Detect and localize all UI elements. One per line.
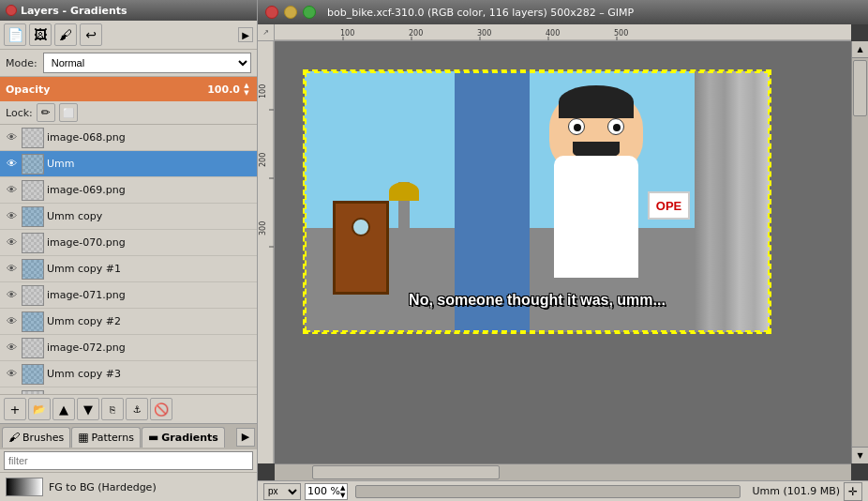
panel-expand-button[interactable]: ▶ — [238, 27, 253, 42]
canvas-area: ↗ 100 200 300 400 500 100 — [258, 24, 868, 480]
delete-layer-button[interactable]: 🚫 — [150, 398, 172, 420]
opacity-up-arrow[interactable]: ▲ — [242, 82, 251, 89]
mode-select[interactable]: Normal — [43, 53, 251, 73]
layer-thumbnail — [22, 154, 44, 175]
gimp-close-button[interactable] — [265, 6, 278, 19]
canvas-viewport[interactable]: OPE No, someone thought it was, umm... — [275, 41, 851, 463]
layer-name: image-068.png — [47, 131, 126, 144]
layer-thumbnail — [22, 390, 44, 395]
layer-item[interactable]: 👁Umm — [0, 151, 257, 177]
bob-character — [535, 90, 657, 278]
tab-patterns[interactable]: ▦ Patterns — [71, 427, 141, 448]
new-layer-button[interactable]: 📄 — [4, 23, 26, 46]
bob-eye-right — [607, 118, 624, 135]
filter-input[interactable] — [4, 451, 253, 470]
ruler-left: 100 200 300 — [258, 41, 275, 463]
opacity-row: Opacity 100.0 ▲ ▼ — [0, 77, 257, 101]
lock-alpha-button[interactable]: ⬜ — [59, 103, 78, 122]
zoom-up-arrow[interactable]: ▲ — [340, 484, 345, 492]
layer-item[interactable]: 👁Umm copy — [0, 204, 257, 230]
opacity-down-arrow[interactable]: ▼ — [242, 89, 251, 97]
tab-expand-button[interactable]: ▶ — [236, 428, 255, 447]
layer-item[interactable]: 👁Umm copy #2 — [0, 309, 257, 335]
scrollbar-bottom[interactable] — [275, 463, 851, 480]
layer-item[interactable]: 👁Umm copy #3 — [0, 361, 257, 387]
layer-visibility-eye[interactable]: 👁 — [4, 235, 19, 250]
scrollbar-down-button[interactable]: ▼ — [852, 447, 868, 463]
svg-text:200: 200 — [409, 29, 423, 38]
gimp-maximize-button[interactable] — [303, 6, 316, 19]
layer-item[interactable]: 👁image-072.png — [0, 335, 257, 361]
mode-row: Mode: Normal — [0, 50, 257, 77]
layer-visibility-eye[interactable]: 👁 — [4, 341, 19, 356]
duplicate-layer-button[interactable]: 🖼 — [29, 23, 52, 46]
status-corner-button[interactable]: ✛ — [844, 482, 862, 501]
layer-item[interactable]: 👁image-069.png — [0, 177, 257, 204]
layer-visibility-eye[interactable]: 👁 — [4, 183, 19, 198]
layer-visibility-eye[interactable]: 👁 — [4, 209, 19, 224]
zoom-value: 100 % — [307, 485, 340, 497]
layer-visibility-eye[interactable]: 👁 — [4, 314, 19, 329]
anchor-layer-button[interactable]: ⚓ — [126, 398, 148, 420]
tab-row: 🖌 Brushes ▦ Patterns ▬ Gradients ▶ — [0, 423, 257, 449]
move-layer-down-button[interactable]: ▼ — [77, 398, 99, 420]
zoom-down-arrow[interactable]: ▼ — [340, 492, 345, 499]
scrollbar-up-button[interactable]: ▲ — [852, 41, 868, 58]
layer-visibility-eye[interactable]: 👁 — [4, 262, 19, 277]
ruler-corner-icon: ↗ — [262, 28, 269, 37]
refresh-button[interactable]: ↩ — [80, 23, 102, 46]
add-layer-button[interactable]: + — [4, 398, 26, 420]
layer-thumbnail — [22, 180, 44, 201]
layer-item[interactable]: 👁image-070.png — [0, 230, 257, 256]
brushes-icon: 🖌 — [8, 431, 20, 444]
gimp-minimize-button[interactable] — [284, 6, 297, 19]
duplicate-layer-btn2[interactable]: ⎘ — [101, 398, 124, 420]
layer-item[interactable]: 👁image-071.png — [0, 282, 257, 309]
lock-row: Lock: ✏ ⬜ — [0, 101, 257, 125]
ruler-corner[interactable]: ↗ — [258, 24, 275, 41]
panel-toolbar: 📄 🖼 🖌 ↩ ▶ — [0, 21, 257, 50]
scene-lamp-head — [389, 182, 419, 201]
layer-thumbnail — [22, 128, 44, 148]
tab-brushes[interactable]: 🖌 Brushes — [2, 427, 70, 448]
opacity-arrows[interactable]: ▲ ▼ — [242, 82, 251, 97]
scene-subtitle: No, someone thought it was, umm... — [305, 292, 770, 309]
gimp-window: bob_bike.xcf-310.0 (RGB color, 116 layer… — [258, 0, 868, 501]
opacity-label: Opacity — [6, 84, 207, 96]
layers-panel: Layers - Gradients 📄 🖼 🖌 ↩ ▶ Mode: Norma… — [0, 0, 258, 501]
scrollbar-h-thumb[interactable] — [312, 465, 500, 479]
scrollbar-right[interactable]: ▲ ▼ — [851, 41, 868, 463]
layer-item[interactable]: 👁image-068.png — [0, 125, 257, 151]
svg-text:500: 500 — [614, 29, 628, 38]
svg-text:300: 300 — [259, 221, 267, 235]
open-layer-button[interactable]: 📂 — [28, 398, 51, 420]
layer-visibility-eye[interactable]: 👁 — [4, 130, 19, 145]
layer-visibility-eye[interactable]: 👁 — [4, 157, 19, 172]
panel-title: Layers - Gradients — [21, 5, 127, 17]
zoom-arrows[interactable]: ▲ ▼ — [340, 484, 345, 499]
layer-name: image-072.png — [47, 342, 126, 354]
scene-lamp-post — [398, 182, 410, 257]
tab-gradients-label: Gradients — [161, 432, 218, 444]
layer-thumbnail — [22, 338, 44, 358]
move-layer-up-button[interactable]: ▲ — [52, 398, 75, 420]
paint-icon[interactable]: 🖌 — [54, 23, 77, 46]
mode-label: Mode: — [6, 57, 37, 69]
tab-gradients[interactable]: ▬ Gradients — [142, 427, 225, 448]
layer-item[interactable]: 👁image-073.png — [0, 387, 257, 394]
layer-visibility-eye[interactable]: 👁 — [4, 288, 19, 303]
layer-thumbnail — [22, 285, 44, 306]
layer-name: image-071.png — [47, 289, 126, 301]
layer-item[interactable]: 👁Umm copy #1 — [0, 256, 257, 282]
panel-close-button[interactable] — [6, 5, 17, 16]
layer-visibility-eye[interactable]: 👁 — [4, 367, 19, 382]
horizontal-scroll-track[interactable] — [355, 485, 741, 498]
ruler-left-svg: 100 200 300 — [258, 41, 274, 463]
unit-select[interactable]: px — [263, 483, 301, 500]
lock-pixels-button[interactable]: ✏ — [37, 103, 55, 122]
bob-eye-left — [568, 118, 585, 135]
bob-body — [554, 156, 638, 278]
svg-text:100: 100 — [259, 84, 267, 99]
scrollbar-v-thumb[interactable] — [853, 60, 867, 116]
status-bar: px 100 % ▲ ▼ Umm (101.9 MB) ✛ — [258, 480, 868, 501]
